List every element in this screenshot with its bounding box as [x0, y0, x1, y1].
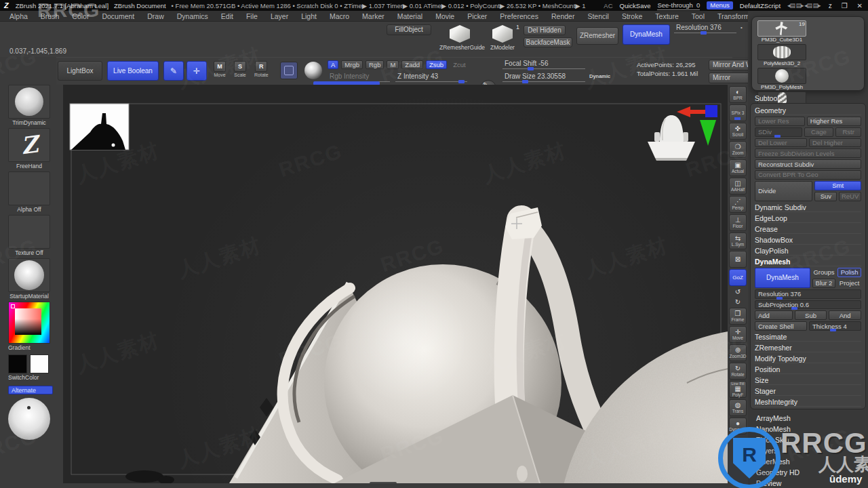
menu-item[interactable]: Render: [551, 12, 574, 20]
panel-section-header[interactable]: Position: [755, 365, 861, 374]
blur-slider[interactable]: Blur 2: [812, 279, 836, 288]
panel-section-header[interactable]: Crease: [755, 224, 861, 234]
a-toggle[interactable]: A: [328, 60, 338, 69]
live-boolean-button[interactable]: Live Boolean: [107, 61, 159, 81]
menu-item[interactable]: Stroke: [622, 12, 642, 20]
fill-object-button[interactable]: FillObject: [387, 24, 431, 35]
aahalf-button[interactable]: ◫ AAHalf: [729, 178, 747, 195]
polish-toggle[interactable]: Polish: [837, 268, 861, 277]
dynamesh-section-header[interactable]: DynaMesh: [755, 257, 861, 266]
history-undo-button[interactable]: ↺: [731, 287, 745, 296]
actual-button[interactable]: ▣ Actual: [729, 159, 747, 176]
resolution-slider[interactable]: Resolution 376: [674, 23, 736, 33]
menu-item[interactable]: Color: [72, 12, 89, 20]
default-zscript-button[interactable]: DefaultZScript: [740, 2, 781, 9]
add-toggle[interactable]: Add: [755, 310, 793, 320]
resolution-panel-slider[interactable]: Resolution 376: [755, 289, 861, 299]
menu-item[interactable]: Movie: [435, 12, 454, 20]
menus-button[interactable]: Menus: [707, 1, 733, 9]
rotate-button[interactable]: RRotate: [254, 61, 269, 77]
panel-section-header[interactable]: Stager: [755, 386, 861, 396]
color-picker[interactable]: Gradient: [8, 302, 50, 351]
palette-section-header[interactable]: NanoMesh: [756, 426, 865, 434]
menu-item[interactable]: Picker: [467, 12, 487, 20]
rgb-toggle[interactable]: Rgb: [366, 60, 384, 69]
see-through-slider[interactable]: See-through 0: [657, 1, 700, 10]
menu-item[interactable]: Marker: [362, 12, 384, 20]
trans-button[interactable]: ◍ Trans: [729, 399, 747, 416]
higher-res-button[interactable]: Higher Res: [807, 117, 861, 126]
secondary-color-swatch[interactable]: [30, 354, 49, 373]
menu-item[interactable]: Material: [397, 12, 422, 20]
mrgb-toggle[interactable]: Mrgb: [341, 60, 363, 69]
restore-button[interactable]: ❐: [840, 2, 849, 9]
geometry-section-header[interactable]: Geometry: [755, 106, 861, 115]
draw-size-slider[interactable]: Draw Size 23.30558: [502, 72, 585, 82]
panel-section-header[interactable]: EdgeLoop: [755, 214, 861, 223]
current-texture-slot[interactable]: Texture Off: [8, 215, 50, 256]
quicksave-button[interactable]: QuickSave: [620, 2, 651, 9]
edit-button[interactable]: ✎: [163, 61, 184, 81]
groups-toggle[interactable]: Groups: [812, 268, 836, 277]
rgb-intensity-slider[interactable]: Rgb Intensity: [328, 72, 390, 82]
rstr-button[interactable]: Rstr: [835, 127, 861, 137]
menu-item[interactable]: Draw: [147, 12, 164, 20]
current-material-slot[interactable]: StartupMaterial: [8, 258, 50, 300]
lightbox-button[interactable]: LightBox: [58, 61, 102, 81]
lower-res-button[interactable]: Lower Res: [755, 117, 805, 126]
menu-item[interactable]: File: [246, 12, 258, 20]
palette-section-header[interactable]: Thick Skin: [756, 436, 865, 445]
gradient-picker[interactable]: [8, 302, 50, 344]
menu-item[interactable]: Stencil: [587, 12, 609, 20]
menu-item[interactable]: Preferences: [500, 12, 538, 20]
del-higher-button[interactable]: Del Higher: [809, 138, 861, 148]
scale-button[interactable]: SScale: [234, 61, 246, 77]
thickness-slider[interactable]: Thickness 4: [809, 321, 861, 331]
panel-section-header[interactable]: MeshIntegrity: [755, 397, 861, 407]
sdiv-slider[interactable]: SDiv: [755, 127, 802, 137]
persp-button[interactable]: ⋰ Persp: [729, 196, 747, 213]
menu-item[interactable]: Brush: [41, 12, 59, 20]
main-color-swatch[interactable]: [8, 354, 27, 373]
cage-button[interactable]: Cage: [804, 127, 834, 137]
draw-button[interactable]: ✛: [186, 61, 207, 81]
scroll-button[interactable]: ✜ Scroll: [729, 123, 747, 140]
del-lower-button[interactable]: Del Lower: [755, 138, 807, 148]
rotate-3d-button[interactable]: ↻ Rotate: [729, 363, 747, 380]
current-material-button[interactable]: [304, 62, 322, 79]
palette-section-header[interactable]: Preview: [756, 480, 865, 488]
divide-button[interactable]: Divide: [755, 181, 812, 201]
move-button[interactable]: MMove: [214, 61, 226, 77]
tool-pm3d-polymesh[interactable]: PM3D_PolyMesh: [757, 68, 806, 90]
palette-nav-icons[interactable]: ◂▤ ▤▸ ◂▤ ▤▸: [787, 2, 821, 9]
panel-section-header[interactable]: ClayPolish: [755, 246, 861, 256]
minimize-button[interactable]: z: [827, 2, 833, 9]
menu-item[interactable]: Edit: [221, 12, 233, 20]
menu-item[interactable]: Macro: [330, 12, 349, 20]
document-canvas[interactable]: ▲▼: [63, 85, 729, 483]
tool-polymesh3d-2[interactable]: PolyMesh3D_2: [757, 44, 806, 66]
subtool-section-header[interactable]: Subtool: [755, 94, 779, 102]
dynamic-label[interactable]: Dynamic: [589, 73, 610, 79]
palette-section-header[interactable]: Geometry HD: [756, 469, 865, 477]
zoom3d-button[interactable]: ⊕ Zoom3D: [729, 344, 747, 361]
panel-section-header[interactable]: Dynamic Subdiv: [755, 203, 861, 212]
panel-section-header[interactable]: Tessimate: [755, 332, 861, 342]
smt-toggle[interactable]: Smt: [814, 181, 861, 190]
close-button[interactable]: ✕: [856, 2, 864, 9]
zsub-toggle[interactable]: Zsub: [426, 60, 447, 69]
menu-item[interactable]: Dynamics: [177, 12, 208, 20]
goz-button[interactable]: GoZ: [729, 269, 747, 286]
spix-slider[interactable]: SPix 3: [729, 104, 747, 121]
menu-item[interactable]: Layer: [271, 12, 288, 20]
focal-shift-slider[interactable]: Focal Shift -56: [502, 59, 585, 69]
alternate-button[interactable]: Alternate: [8, 386, 50, 394]
menu-item[interactable]: Texture: [655, 12, 678, 20]
m-toggle[interactable]: M: [387, 60, 399, 69]
dynamesh-shelf-button[interactable]: DynaMesh: [623, 24, 670, 45]
current-brush-slot[interactable]: TrimDynamic: [8, 85, 50, 126]
zremesher-guide-button[interactable]: ZRemesherGuide: [439, 24, 480, 51]
current-stroke-slot[interactable]: Z FreeHand: [8, 128, 50, 169]
reconstruct-subdiv-button[interactable]: Reconstruct Subdiv: [755, 159, 861, 169]
convert-bpr-button[interactable]: Convert BPR To Geo: [755, 170, 861, 180]
